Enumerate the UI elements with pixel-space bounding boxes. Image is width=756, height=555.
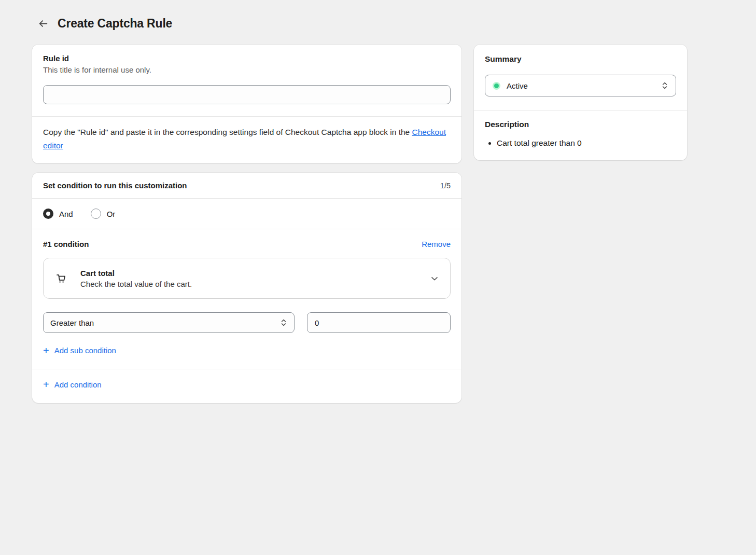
- condition-section: #1 condition Remove Cart total: [32, 229, 461, 369]
- remove-condition-link[interactable]: Remove: [422, 240, 451, 248]
- radio-unchecked-icon: [91, 209, 101, 219]
- rule-id-input[interactable]: [43, 85, 451, 104]
- summary-section: Summary Active: [474, 45, 687, 110]
- select-updown-icon: [661, 81, 668, 90]
- chevron-down-icon: [429, 273, 440, 284]
- help-text: Copy the "Rule id" and paste it in the c…: [43, 128, 412, 136]
- condition-type-dropdown[interactable]: Cart total Check the total value of the …: [43, 258, 451, 299]
- page-layout: Rule id This title is for internal use o…: [0, 31, 756, 403]
- add-sub-condition-label: Add sub condition: [54, 346, 116, 355]
- logic-option-label: Or: [107, 210, 116, 218]
- arrow-left-icon: [38, 18, 49, 29]
- add-condition-label: Add condition: [54, 380, 102, 389]
- page-title: Create Captcha Rule: [58, 17, 172, 31]
- logic-option-label: And: [59, 210, 73, 218]
- conditions-title: Set condition to run this customization: [43, 181, 187, 190]
- add-condition-button[interactable]: + Add condition: [43, 380, 102, 389]
- operator-select[interactable]: Greater than: [43, 312, 295, 333]
- add-sub-condition-button[interactable]: + Add sub condition: [43, 346, 116, 355]
- description-section: Description Cart total greater than 0: [474, 110, 687, 160]
- radio-checked-icon: [43, 209, 53, 219]
- logic-option-and[interactable]: And: [43, 209, 73, 219]
- summary-card: Summary Active Description Cart tot: [474, 45, 687, 160]
- status-select[interactable]: Active: [485, 75, 676, 96]
- select-updown-icon: [280, 318, 287, 327]
- condition-header: #1 condition Remove: [43, 240, 451, 248]
- page-header: Create Captcha Rule: [0, 0, 756, 31]
- rule-id-label: Rule id: [43, 54, 451, 63]
- condition-label: #1 condition: [43, 240, 89, 248]
- status-select-value: Active: [507, 81, 655, 90]
- main-column: Rule id This title is for internal use o…: [32, 45, 461, 403]
- summary-title: Summary: [485, 54, 676, 64]
- logic-option-or[interactable]: Or: [91, 209, 116, 219]
- conditions-card: Set condition to run this customization …: [32, 173, 461, 403]
- add-condition-row: + Add condition: [32, 369, 461, 404]
- back-button[interactable]: [36, 17, 50, 31]
- description-list: Cart total greater than 0: [485, 138, 676, 148]
- logic-radio-group: And Or: [32, 199, 461, 229]
- operator-select-value: Greater than: [50, 318, 280, 327]
- rule-id-card: Rule id This title is for internal use o…: [32, 45, 461, 163]
- side-column: Summary Active Description Cart tot: [474, 45, 687, 160]
- rule-id-section: Rule id This title is for internal use o…: [32, 45, 461, 116]
- conditions-card-header: Set condition to run this customization …: [32, 173, 461, 198]
- condition-value-input[interactable]: [307, 312, 451, 333]
- description-item: Cart total greater than 0: [497, 138, 676, 148]
- condition-type-subtitle: Check the total value of the cart.: [80, 280, 429, 288]
- cart-icon: [55, 272, 67, 285]
- condition-type-title: Cart total: [80, 269, 429, 278]
- add-sub-condition-row: + Add sub condition: [43, 346, 451, 356]
- plus-icon: +: [43, 347, 49, 354]
- conditions-counter: 1/5: [440, 182, 451, 190]
- operator-row: Greater than: [43, 312, 451, 333]
- condition-type-text: Cart total Check the total value of the …: [80, 269, 429, 288]
- rule-id-subtitle: This title is for internal use only.: [43, 65, 451, 74]
- status-active-dot-icon: [493, 82, 500, 90]
- plus-icon: +: [43, 381, 49, 388]
- rule-id-help-text: Copy the "Rule id" and paste it in the c…: [32, 117, 461, 163]
- description-title: Description: [485, 120, 676, 129]
